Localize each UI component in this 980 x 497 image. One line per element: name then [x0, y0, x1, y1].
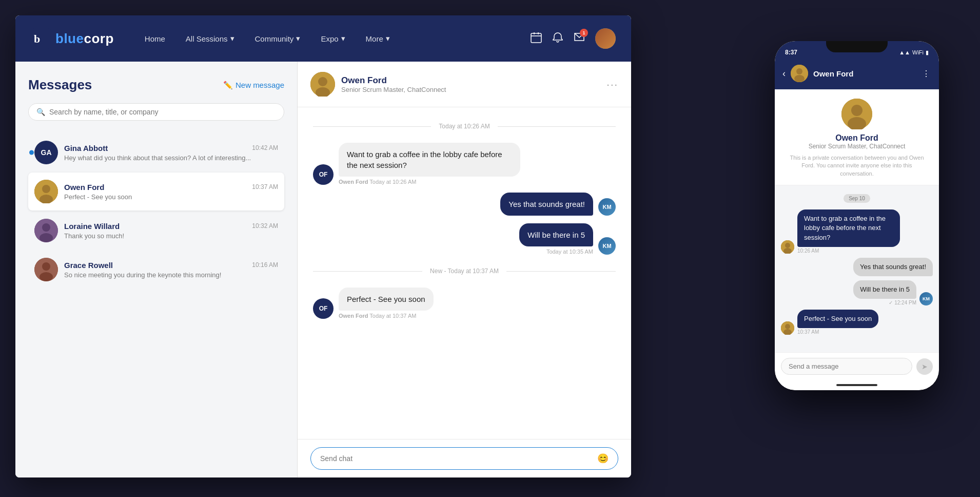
date-divider: Today at 10:26 AM: [313, 123, 616, 130]
edit-icon: ✏️: [223, 81, 233, 90]
calendar-icon[interactable]: [531, 32, 542, 46]
msg-time-owen: 10:37 AM: [252, 183, 278, 190]
chat-input[interactable]: [320, 454, 597, 463]
nav-all-sessions[interactable]: All Sessions ▾: [186, 34, 234, 43]
phone-bubble-content-1: Want to grab a coffee in the lobby cafe …: [797, 209, 900, 254]
chat-contact-subtitle: Senior Scrum Master, ChatConnect: [341, 86, 606, 93]
bell-icon[interactable]: [552, 32, 563, 46]
svg-rect-2: [531, 33, 541, 43]
nav-home[interactable]: Home: [145, 34, 165, 43]
phone-bubble-content-2: Yes that sounds great!: [853, 258, 933, 276]
phone-msg-row-3: Will be there in 5 ✓ 12:24 PM KM: [781, 280, 933, 305]
svg-point-7: [42, 185, 50, 193]
msg-bubble-wrap-2: Yes that sounds great!: [500, 193, 593, 216]
msg-preview-owen: Perfect - See you soon: [64, 193, 278, 201]
conversation-item-grace[interactable]: Grace Rowell 10:16 AM So nice meeting yo…: [28, 251, 284, 289]
msg-meta-1: Owen Ford Today at 10:26 AM: [339, 179, 520, 185]
message-row-4: OF Perfect - See you soon Owen Ford Toda…: [313, 288, 616, 319]
phone-bubble-2: Yes that sounds great!: [853, 258, 933, 276]
phone-status-icons: ▲▲ WiFi ▮: [899, 49, 929, 56]
avatar-owen: [34, 180, 58, 203]
messages-icon[interactable]: 1: [574, 32, 585, 46]
svg-point-28: [785, 324, 790, 329]
conversation-item-gina[interactable]: GA Gina Abbott 10:42 AM Hey what did you…: [28, 133, 284, 171]
user-avatar[interactable]: [595, 28, 616, 49]
more-options-button[interactable]: ···: [606, 79, 618, 90]
msg-bubble-3: Will be there in 5: [519, 223, 593, 246]
msg-name-owen: Owen Ford: [64, 183, 104, 192]
message-row-3: Will be there in 5 Today at 10:35 AM KM: [313, 223, 616, 255]
msg-preview-loraine: Thank you so much!: [64, 232, 278, 240]
svg-point-13: [42, 262, 50, 271]
phone-bubble-content-3: Will be there in 5 ✓ 12:24 PM: [853, 280, 916, 305]
msg-bubble-1: Want to grab a coffee in the lobby cafe …: [339, 143, 520, 177]
chevron-down-icon: ▾: [230, 34, 234, 43]
nav-more[interactable]: More ▾: [366, 34, 390, 43]
app-wrapper: b bluecorp Home All Sessions ▾ Community…: [0, 0, 980, 497]
phone-msg-row-4: Perfect - See you soon 10:37 AM: [781, 310, 933, 335]
message-row-1: OF Want to grab a coffee in the lobby ca…: [313, 143, 616, 185]
chat-panel: Owen Ford Senior Scrum Master, ChatConne…: [298, 62, 631, 477]
chat-contact-avatar: [310, 72, 335, 97]
msg-bubble-2: Yes that sounds great!: [500, 193, 593, 216]
app-header: b bluecorp Home All Sessions ▾ Community…: [15, 15, 631, 62]
phone-more-button[interactable]: ⋮: [922, 69, 931, 79]
header-icons: 1: [531, 28, 616, 49]
chat-input-wrap: 😊: [310, 447, 618, 470]
msg-meta-4: Owen Ford Today at 10:37 AM: [339, 313, 434, 319]
phone-time: 8:37: [785, 49, 797, 56]
conversation-list: GA Gina Abbott 10:42 AM Hey what did you…: [28, 133, 284, 289]
phone-avatar-of-4: [781, 321, 794, 335]
phone-msg-row-2: Yes that sounds great!: [781, 258, 933, 276]
phone-bubble-content-4: Perfect - See you soon 10:37 AM: [797, 310, 878, 335]
msg-preview-grace: So nice meeting you during the keynote t…: [64, 271, 278, 279]
svg-point-25: [785, 243, 790, 248]
nav-expo[interactable]: Expo ▾: [321, 34, 345, 43]
phone-date-badge: Sep 10: [781, 194, 933, 203]
msg-name-grace: Grace Rowell: [64, 261, 113, 270]
msg-content-gina: Gina Abbott 10:42 AM Hey what did you th…: [64, 144, 278, 162]
msg-name-gina: Gina Abbott: [64, 144, 108, 152]
phone-shell: 8:37 ▲▲ WiFi ▮ ‹ Owen Ford ⋮: [775, 41, 939, 390]
svg-point-10: [42, 223, 50, 232]
phone-profile-avatar: [841, 99, 872, 129]
emoji-icon[interactable]: 😊: [597, 453, 609, 464]
phone-home-indicator: [836, 384, 877, 386]
avatar-km-msg3: KM: [598, 237, 616, 255]
chat-header: Owen Ford Senior Scrum Master, ChatConne…: [298, 62, 631, 107]
logo[interactable]: b bluecorp: [31, 28, 114, 49]
conversation-item-loraine[interactable]: Loraine Willard 10:32 AM Thank you so mu…: [28, 212, 284, 250]
nav-community[interactable]: Community ▾: [255, 34, 301, 43]
phone-profile-name: Owen Ford: [835, 133, 878, 143]
phone-notch: [826, 41, 888, 52]
msg-meta-3: Today at 10:35 AM: [519, 249, 593, 255]
messages-panel: Messages ✏️ New message 🔍 GA: [15, 62, 298, 477]
message-row-2: Yes that sounds great! KM: [313, 193, 616, 216]
msg-content-loraine: Loraine Willard 10:32 AM Thank you so mu…: [64, 222, 278, 240]
phone-time-4: 10:37 AM: [797, 329, 878, 335]
phone-chat-input[interactable]: [781, 358, 912, 375]
svg-text:b: b: [34, 32, 40, 45]
phone-private-note: This is a private conversation between y…: [782, 154, 931, 178]
chevron-down-icon: ▾: [341, 34, 345, 43]
phone-messages: Sep 10 Want to grab a coffee in the lobb…: [775, 185, 939, 352]
phone-back-button[interactable]: ‹: [782, 68, 786, 79]
phone-msg-row-1: Want to grab a coffee in the lobby cafe …: [781, 209, 933, 254]
msg-name-loraine: Loraine Willard: [64, 222, 120, 231]
logo-text: bluecorp: [55, 31, 114, 47]
search-input[interactable]: [49, 108, 276, 116]
phone-home-bar: [775, 380, 939, 390]
msg-bubble-4: Perfect - See you soon: [339, 288, 434, 311]
msg-bubble-wrap-4: Perfect - See you soon Owen Ford Today a…: [339, 288, 434, 319]
phone-screen: 8:37 ▲▲ WiFi ▮ ‹ Owen Ford ⋮: [775, 41, 939, 390]
avatar-of-msg4: OF: [313, 298, 334, 319]
svg-point-22: [851, 105, 863, 116]
conversation-item-owen[interactable]: Owen Ford 10:37 AM Perfect - See you soo…: [28, 173, 284, 211]
chevron-down-icon: ▾: [386, 34, 390, 43]
phone-send-button[interactable]: ➤: [916, 358, 933, 375]
msg-bubble-wrap-3: Will be there in 5 Today at 10:35 AM: [519, 223, 593, 255]
panel-title: Messages: [28, 77, 92, 93]
msg-time-loraine: 10:32 AM: [252, 222, 278, 230]
new-message-button[interactable]: ✏️ New message: [223, 81, 284, 90]
phone-input-area: ➤: [775, 352, 939, 380]
